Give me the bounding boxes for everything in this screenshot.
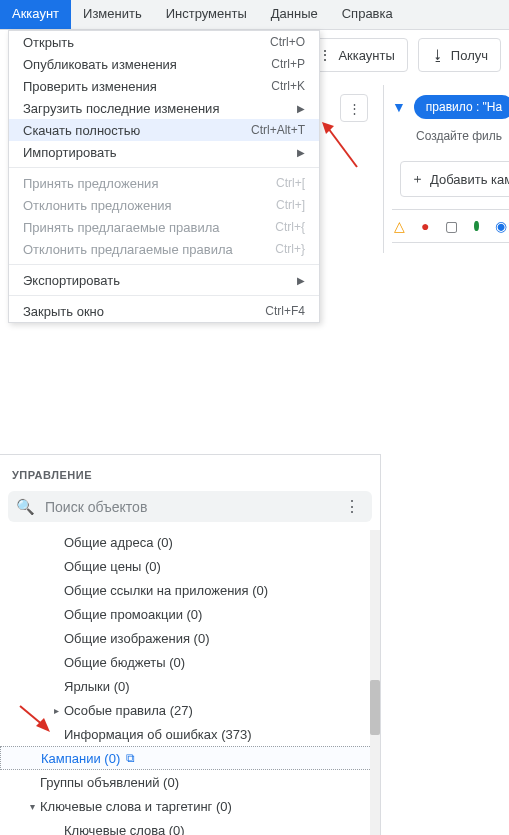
tree-item[interactable]: Общие цены (0) — [0, 554, 380, 578]
filter-chip[interactable]: правило : "На — [414, 95, 509, 119]
external-link-icon: ⧉ — [126, 751, 135, 765]
divider — [9, 167, 319, 168]
tree-item[interactable]: ▸ Особые правила (27) — [0, 698, 380, 722]
chevron-right-icon: ▶ — [297, 147, 305, 158]
kebab-icon: ⋮ — [348, 101, 361, 116]
tree-item[interactable]: Ключевые слова (0) — [0, 818, 380, 835]
chevron-right-icon: ▶ — [297, 275, 305, 286]
menu-account[interactable]: Аккаунт — [0, 0, 71, 29]
tree-item[interactable]: Информация об ошибках (373) — [0, 722, 380, 746]
tree-item[interactable]: Группы объявлений (0) — [0, 770, 380, 794]
tree-item[interactable]: Общие бюджеты (0) — [0, 650, 380, 674]
management-title: УПРАВЛЕНИЕ — [0, 455, 380, 491]
tree-item-campaigns[interactable]: Кампании (0) ⧉ — [0, 746, 380, 770]
menu-open[interactable]: Открыть Ctrl+O — [9, 31, 319, 53]
menu-export[interactable]: Экспортировать ▶ — [9, 269, 319, 291]
filter-panel: ▼ правило : "На Создайте филь ＋ Добавить… — [383, 85, 509, 253]
status-icon-row: △ ● ▢ ◉ — [392, 209, 509, 243]
tree-item[interactable]: Общие адреса (0) — [0, 530, 380, 554]
status-green-icon[interactable] — [474, 221, 479, 231]
menu-accept-rules: Принять предлагаемые правила Ctrl+{ — [9, 216, 319, 238]
menu-accept-suggestions: Принять предложения Ctrl+[ — [9, 172, 319, 194]
divider — [9, 295, 319, 296]
account-dropdown: Открыть Ctrl+O Опубликовать изменения Ct… — [8, 30, 320, 323]
scrollbar[interactable] — [370, 530, 380, 835]
scrollbar-thumb[interactable] — [370, 680, 380, 735]
menu-check[interactable]: Проверить изменения Ctrl+K — [9, 75, 319, 97]
menu-edit[interactable]: Изменить — [71, 0, 154, 29]
tree-item[interactable]: Общие промоакции (0) — [0, 602, 380, 626]
warning-icon[interactable]: △ — [394, 218, 405, 234]
menu-publish[interactable]: Опубликовать изменения Ctrl+P — [9, 53, 319, 75]
menu-reject-rules: Отклонить предлагаемые правила Ctrl+} — [9, 238, 319, 260]
filter-icon[interactable]: ▼ — [392, 99, 406, 115]
tree-item[interactable]: Общие ссылки на приложения (0) — [0, 578, 380, 602]
menu-load-recent[interactable]: Загрузить последние изменения ▶ — [9, 97, 319, 119]
menu-data[interactable]: Данные — [259, 0, 330, 29]
menu-tools[interactable]: Инструменты — [154, 0, 259, 29]
plus-icon: ＋ — [411, 170, 424, 188]
get-button[interactable]: ⭳ Получ — [418, 38, 501, 72]
chevron-right-icon: ▶ — [297, 103, 305, 114]
menu-reject-suggestions: Отклонить предложения Ctrl+] — [9, 194, 319, 216]
menu-close-window[interactable]: Закрыть окно Ctrl+F4 — [9, 300, 319, 322]
info-icon[interactable]: ◉ — [495, 218, 507, 234]
download-icon: ⭳ — [431, 47, 445, 63]
accounts-label: Аккаунты — [338, 48, 394, 63]
divider — [9, 264, 319, 265]
add-campaign-button[interactable]: ＋ Добавить кам — [400, 161, 509, 197]
caret-down-icon: ▾ — [24, 801, 40, 812]
search-more-button[interactable]: ⋮ — [340, 497, 364, 516]
filter-hint: Создайте филь — [392, 129, 509, 143]
menubar: Аккаунт Изменить Инструменты Данные Спра… — [0, 0, 509, 30]
tree-item[interactable]: ▾ Ключевые слова и таргетинг (0) — [0, 794, 380, 818]
menu-import[interactable]: Импортировать ▶ — [9, 141, 319, 163]
management-panel: УПРАВЛЕНИЕ 🔍 ⋮ Общие адреса (0) Общие це… — [0, 454, 381, 835]
get-label: Получ — [451, 48, 488, 63]
comment-icon[interactable]: ▢ — [445, 218, 458, 234]
menu-download-full[interactable]: Скачать полностью Ctrl+Alt+T — [9, 119, 319, 141]
tree-item[interactable]: Ярлыки (0) — [0, 674, 380, 698]
tree: Общие адреса (0) Общие цены (0) Общие сс… — [0, 530, 380, 835]
search-input[interactable] — [45, 499, 330, 515]
svg-line-0 — [328, 128, 357, 167]
annotation-arrow — [322, 122, 362, 172]
search-icon: 🔍 — [16, 498, 35, 516]
menu-help[interactable]: Справка — [330, 0, 405, 29]
kebab-button[interactable]: ⋮ — [340, 94, 368, 122]
error-icon[interactable]: ● — [421, 218, 429, 234]
search-bar: 🔍 ⋮ — [8, 491, 372, 522]
tree-item[interactable]: Общие изображения (0) — [0, 626, 380, 650]
svg-marker-1 — [322, 122, 334, 134]
caret-icon: ▸ — [48, 705, 64, 716]
